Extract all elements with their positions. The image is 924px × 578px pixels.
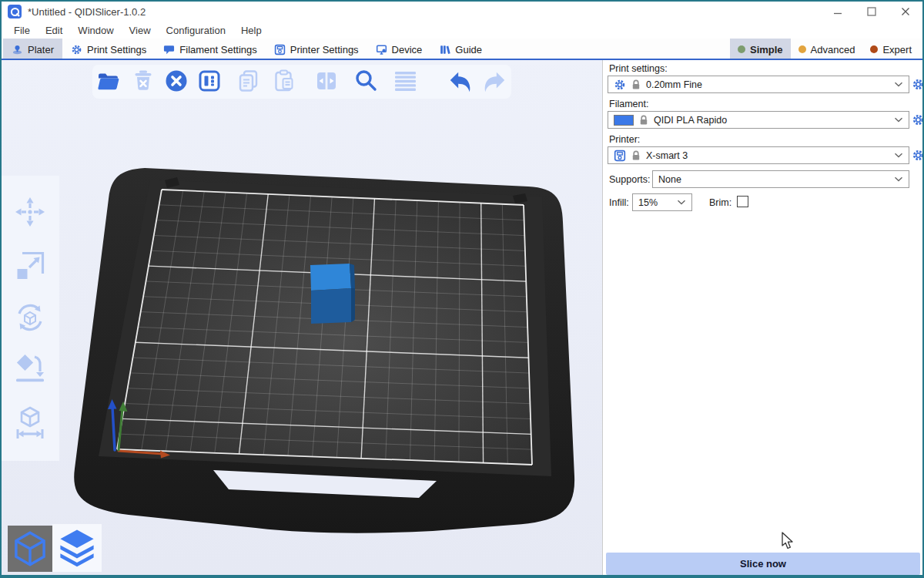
paste-icon: [271, 68, 297, 94]
mode-simple[interactable]: Simple: [730, 39, 791, 60]
rotate-icon: [13, 301, 47, 334]
delete-button[interactable]: [129, 67, 157, 95]
supports-value: None: [658, 174, 889, 185]
chevron-down-icon: [677, 200, 686, 205]
printer-value: X-smart 3: [646, 150, 889, 161]
tab-printer-settings[interactable]: Printer Settings: [266, 39, 367, 60]
tab-label: Print Settings: [87, 44, 146, 55]
place-on-face-icon: [13, 351, 47, 385]
tab-guide[interactable]: Guide: [430, 39, 490, 60]
print-plate[interactable]: [117, 190, 532, 465]
supports-label: Supports:: [609, 174, 651, 185]
cube-top-face: [310, 264, 351, 291]
move-icon: [13, 195, 47, 229]
mode-expert[interactable]: Expert: [862, 39, 919, 60]
scale-icon: [13, 249, 47, 283]
search-icon: [353, 68, 379, 94]
menu-edit[interactable]: Edit: [38, 25, 70, 36]
arrange-icon: [196, 68, 223, 94]
tab-plater[interactable]: Plater: [3, 39, 62, 60]
preview-layers-icon: [56, 526, 98, 570]
brim-label: Brim:: [709, 197, 732, 208]
mode-advanced[interactable]: Advanced: [791, 39, 863, 60]
3d-editor-view-button[interactable]: [8, 526, 52, 572]
chevron-down-icon: [894, 117, 903, 123]
window-controls: [821, 2, 922, 22]
gear-icon: [614, 79, 626, 91]
arrange-button[interactable]: [196, 67, 223, 95]
window-title: *Untitled - QIDISlicer-1.0.2: [28, 6, 146, 18]
brim-checkbox[interactable]: [737, 196, 748, 207]
scale-tool-button[interactable]: [13, 249, 47, 283]
maximize-button[interactable]: [855, 2, 889, 22]
tab-bar: Plater Print Settings Filament Settings …: [2, 39, 922, 60]
layers-list-icon: [392, 68, 418, 94]
slice-now-button[interactable]: Slice now: [606, 553, 920, 575]
lock-icon: [631, 150, 641, 161]
tab-label: Printer Settings: [290, 44, 359, 55]
minimize-button[interactable]: [821, 2, 855, 22]
edit-print-settings-button[interactable]: [912, 78, 924, 91]
open-button[interactable]: [94, 67, 122, 95]
infill-dropdown[interactable]: 15%: [632, 193, 692, 211]
filament-label: Filament:: [609, 99, 648, 109]
scene-canvas[interactable]: [2, 60, 602, 575]
close-button[interactable]: [889, 2, 922, 22]
preview-view-button[interactable]: [52, 524, 102, 572]
delete-all-button[interactable]: [162, 67, 190, 95]
print-settings-dropdown[interactable]: 0.20mm Fine: [608, 76, 909, 93]
filament-dropdown[interactable]: QIDI PLA Rapido: [608, 111, 909, 129]
settings-panel: Print settings: 0.20mm Fine Filament: QI…: [602, 60, 922, 575]
copy-button[interactable]: [235, 67, 263, 95]
menu-bar: File Edit Window View Configuration Help: [2, 22, 922, 39]
expert-dot-icon: [870, 45, 878, 53]
print-settings-label: Print settings:: [609, 63, 668, 74]
lock-icon: [631, 79, 641, 90]
undo-icon: [447, 68, 474, 94]
infill-label: Infill:: [609, 197, 629, 208]
menu-help[interactable]: Help: [233, 25, 270, 36]
redo-button[interactable]: [480, 67, 508, 95]
open-folder-icon: [95, 68, 121, 94]
advanced-dot-icon: [798, 45, 806, 53]
measure-tool-button[interactable]: [13, 405, 47, 439]
paste-button[interactable]: [270, 67, 298, 95]
viewport-3d[interactable]: [2, 60, 602, 575]
tab-label: Device: [392, 44, 423, 55]
layers-list-button[interactable]: [391, 67, 419, 95]
mouse-cursor: [781, 532, 795, 550]
edit-filament-button[interactable]: [912, 113, 924, 126]
edit-printer-button[interactable]: [912, 149, 924, 162]
maximize-icon: [867, 7, 876, 16]
plater-icon: [12, 44, 23, 55]
menu-view[interactable]: View: [122, 25, 159, 36]
tab-device[interactable]: Device: [367, 39, 431, 60]
split-view-button[interactable]: [313, 67, 340, 95]
tab-print-settings[interactable]: Print Settings: [62, 39, 155, 60]
app-icon: [8, 5, 22, 18]
menu-window[interactable]: Window: [70, 25, 121, 36]
place-on-face-tool-button[interactable]: [13, 351, 47, 385]
chevron-down-icon: [894, 82, 903, 87]
printer-dropdown[interactable]: X-smart 3: [608, 146, 909, 164]
cube-front-face: [311, 288, 351, 324]
chevron-down-icon: [894, 153, 903, 158]
3d-editor-cube-icon: [11, 529, 49, 569]
tab-filament-settings[interactable]: Filament Settings: [155, 39, 265, 60]
undo-button[interactable]: [447, 67, 474, 95]
gear-icon: [71, 44, 82, 55]
delete-all-icon: [163, 68, 189, 94]
search-button[interactable]: [352, 67, 380, 95]
model-cube[interactable]: [310, 264, 355, 324]
menu-configuration[interactable]: Configuration: [159, 25, 233, 36]
title-bar: *Untitled - QIDISlicer-1.0.2: [2, 2, 922, 22]
rotate-tool-button[interactable]: [13, 301, 47, 334]
filament-value: QIDI PLA Rapido: [654, 115, 889, 126]
close-icon: [901, 7, 910, 16]
filament-color-swatch: [614, 115, 634, 126]
redo-icon: [481, 68, 507, 94]
menu-file[interactable]: File: [6, 25, 38, 36]
move-tool-button[interactable]: [13, 195, 47, 229]
supports-dropdown[interactable]: None: [652, 170, 909, 188]
chevron-down-icon: [894, 176, 903, 182]
